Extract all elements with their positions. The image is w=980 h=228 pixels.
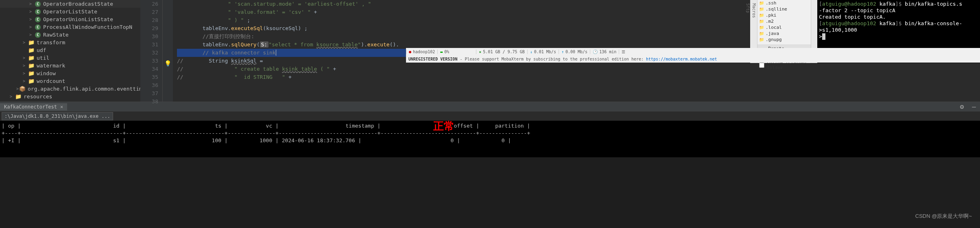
tree-item-folder[interactable]: >📁util — [0, 54, 140, 62]
folder-icon: 📁 — [759, 31, 764, 36]
down-icon: ↓ — [530, 50, 533, 54]
checkbox[interactable] — [759, 63, 764, 68]
status-netup: ↑0.00 Mb/s — [559, 50, 590, 54]
folder-icon: 📁 — [9, 102, 15, 102]
run-tab[interactable]: KafkaConnectorTest × — [0, 103, 67, 111]
output-row: | +I | s1 | 100 | 1000 | 2024-06-16 18:3… — [2, 137, 978, 144]
lightbulb-icon[interactable]: 💡 — [164, 60, 171, 67]
console-output[interactable]: | op | id | ts | vc | timestamp | offset… — [0, 121, 980, 157]
file-name: .local — [766, 25, 782, 30]
folder-icon: 📁 — [759, 7, 764, 11]
class-icon: C — [35, 17, 41, 22]
moba-file-item[interactable]: 📁.m2 — [757, 18, 811, 24]
line-number: 26 — [140, 0, 158, 8]
tree-label: util — [37, 55, 49, 61]
folder-icon: 📁 — [28, 63, 34, 69]
line-number: 35 — [140, 73, 158, 81]
terminal-line: [atguigu@hadoop102 kafka]$ bin/kafka-top… — [819, 1, 978, 7]
folder-icon: 📁 — [759, 25, 764, 30]
tree-item-class[interactable]: >COperatorUnionListState — [0, 15, 140, 23]
tree-item-folder[interactable]: >📁test — [0, 100, 140, 102]
tree-label: window — [37, 70, 56, 76]
moba-file-item[interactable]: 📁.pki — [757, 12, 811, 18]
tree-item-class[interactable]: >COperatorBroadcastState — [0, 0, 140, 8]
moba-status-bar: ●hadoop102 ▬0% ▪5.01 GB / 9.75 GB ↓0.01 … — [406, 48, 980, 63]
moba-file-item[interactable]: 📁.sqlline — [757, 6, 811, 12]
folder-icon: 📁 — [759, 37, 764, 42]
tree-label: udf — [37, 47, 46, 53]
class-icon: C — [35, 32, 41, 38]
cpu-icon: ▬ — [440, 50, 443, 54]
file-name: .m2 — [766, 19, 774, 24]
tree-item-folder[interactable]: >📁wordcount — [0, 77, 140, 85]
status-time: 🕐136 min — [590, 50, 619, 54]
tree-label: resources — [24, 93, 52, 100]
class-icon: C — [35, 24, 41, 30]
chevron-right-icon: > — [10, 94, 15, 99]
chevron-right-icon: > — [23, 79, 28, 83]
java-path[interactable]: :\Java\jdk1.8.0_231\bin\java.exe ... — [2, 112, 113, 120]
class-icon: C — [35, 1, 41, 7]
folder-icon: 📁 — [759, 13, 764, 17]
line-number: 37 — [140, 89, 158, 98]
tree-item-folder[interactable]: 📁udf — [0, 46, 140, 54]
terminal-line: Created topic topicA. — [819, 14, 978, 20]
file-name: .gnupg — [766, 37, 782, 42]
status-extra: ☰ — [619, 50, 628, 54]
folder-icon: 📁 — [15, 94, 21, 100]
line-gutter: 26 27 28 29 30 31 32 33 34 35 36 37 38 — [140, 0, 163, 102]
file-name: .pki — [766, 13, 777, 18]
line-number: 29 — [140, 24, 158, 33]
tab-label: KafkaConnectorTest — [4, 104, 57, 110]
tree-item-package[interactable]: >📦org.apache.flink.api.common.eventtime — [0, 85, 140, 93]
tree-label: wordcount — [37, 78, 65, 84]
gutter-icons: 💡 — [163, 0, 173, 102]
moba-file-item[interactable]: 📁.gnupg — [757, 37, 811, 43]
tree-item-folder[interactable]: >📁transform — [0, 39, 140, 46]
folder-icon: 📁 — [759, 1, 764, 5]
tree-label: ProcessAllWindowFunctionTopN — [43, 24, 132, 30]
up-icon: ↑ — [561, 50, 564, 54]
folder-icon: 📁 — [28, 48, 34, 53]
console-toolbar: :\Java\jdk1.8.0_231\bin\java.exe ... — [0, 112, 980, 121]
tree-label: test — [17, 101, 30, 102]
moba-file-item[interactable]: 📁.java — [757, 30, 811, 37]
tree-label: watermark — [37, 63, 65, 69]
watermark: CSDN @原来是大华啊~ — [915, 213, 972, 220]
tree-item-folder[interactable]: >📁window — [0, 69, 140, 77]
tree-label: RawState — [43, 32, 69, 38]
moba-file-item[interactable]: 📁.local — [757, 24, 811, 30]
tree-item-folder[interactable]: >📁watermark — [0, 62, 140, 69]
file-name: .java — [766, 31, 779, 36]
terminal-line: >s1,100,1000 — [819, 27, 978, 33]
folder-icon: 📁 — [759, 19, 764, 24]
status-mem: ▪5.01 GB / 9.75 GB — [476, 50, 527, 54]
gear-icon[interactable]: ⚙ — [956, 103, 968, 111]
tree-label: org.apache.flink.api.common.eventtime — [28, 86, 140, 92]
annotation-normal: 正常 — [433, 122, 454, 130]
chevron-right-icon: > — [29, 9, 34, 14]
project-tree: >COperatorBroadcastState >COperatorListS… — [0, 0, 140, 102]
line-number: 38 — [140, 98, 158, 106]
chevron-right-icon: > — [23, 40, 28, 45]
folder-icon: 📁 — [28, 78, 34, 84]
status-host: ●hadoop102 — [406, 50, 437, 54]
moba-file-item[interactable]: 📁.ssh — [757, 0, 811, 6]
status-netdown: ↓0.01 Mb/s — [527, 50, 559, 54]
tree-item-class[interactable]: >CProcessAllWindowFunctionTopN — [0, 23, 140, 31]
tree-label: OperatorUnionListState — [43, 16, 113, 22]
tree-item-class[interactable]: >COperatorListState — [0, 8, 140, 15]
minimize-icon[interactable]: — — [968, 103, 980, 111]
tree-item-folder[interactable]: >📁resources — [0, 93, 140, 100]
close-icon[interactable]: × — [60, 104, 63, 110]
tree-label: OperatorListState — [43, 9, 97, 15]
chevron-right-icon: > — [23, 56, 28, 60]
line-number: 28 — [140, 16, 158, 24]
moba-link[interactable]: https://mobaxterm.mobatek.net — [646, 57, 717, 61]
ram-icon: ▪ — [479, 50, 481, 54]
tree-item-class[interactable]: >CRawState — [0, 31, 140, 39]
line-number: 34 — [140, 65, 158, 73]
chevron-right-icon: > — [29, 2, 34, 6]
terminal-line: -factor 2 --topic topicA — [819, 7, 978, 14]
tree-label: OperatorBroadcastState — [43, 1, 113, 7]
